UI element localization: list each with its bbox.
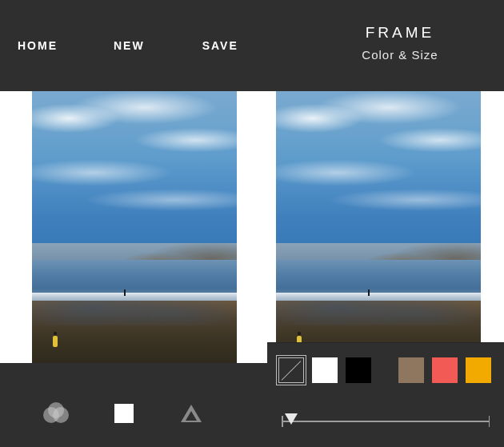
preview-stage	[0, 91, 504, 363]
swatch-black[interactable]	[346, 357, 371, 383]
swatch-gap	[379, 357, 390, 383]
frame-tool[interactable]	[106, 395, 142, 432]
frame-color-swatches	[278, 357, 491, 383]
tool-switcher	[0, 379, 256, 447]
photo-editor-app: { "nav": { "home": "HOME", "new": "NEW",…	[0, 0, 504, 447]
filters-tool[interactable]	[38, 395, 75, 432]
photo-before	[32, 91, 237, 363]
frame-options-panel	[267, 342, 504, 447]
slider-tick-max	[489, 416, 490, 427]
new-button[interactable]: NEW	[114, 39, 145, 52]
swatch-white[interactable]	[312, 357, 338, 383]
swatch-amber[interactable]	[466, 357, 491, 383]
frame-icon	[114, 404, 134, 423]
frame-panel-title: FRAME Color & Size	[320, 24, 480, 62]
swatch-taupe[interactable]	[398, 357, 424, 383]
home-button[interactable]: HOME	[18, 39, 58, 52]
slider-track	[282, 421, 490, 422]
panel-subtitle-text: Color & Size	[320, 48, 480, 62]
top-bar: HOME NEW SAVE FRAME Color & Size	[0, 0, 504, 91]
preview-after	[276, 91, 481, 363]
preview-before	[32, 91, 237, 363]
save-button[interactable]: SAVE	[202, 39, 238, 52]
slider-knob[interactable]	[285, 413, 298, 425]
photo-after	[276, 91, 481, 363]
swatch-no-frame[interactable]	[278, 357, 304, 383]
panel-title-text: FRAME	[320, 24, 480, 42]
swatch-red[interactable]	[432, 357, 458, 383]
filters-icon	[43, 402, 70, 425]
slider-tick-min	[282, 416, 283, 427]
adjust-icon	[181, 405, 202, 422]
adjust-tool[interactable]	[173, 395, 210, 432]
frame-size-slider[interactable]	[282, 412, 490, 431]
main-nav: HOME NEW SAVE	[0, 0, 238, 91]
